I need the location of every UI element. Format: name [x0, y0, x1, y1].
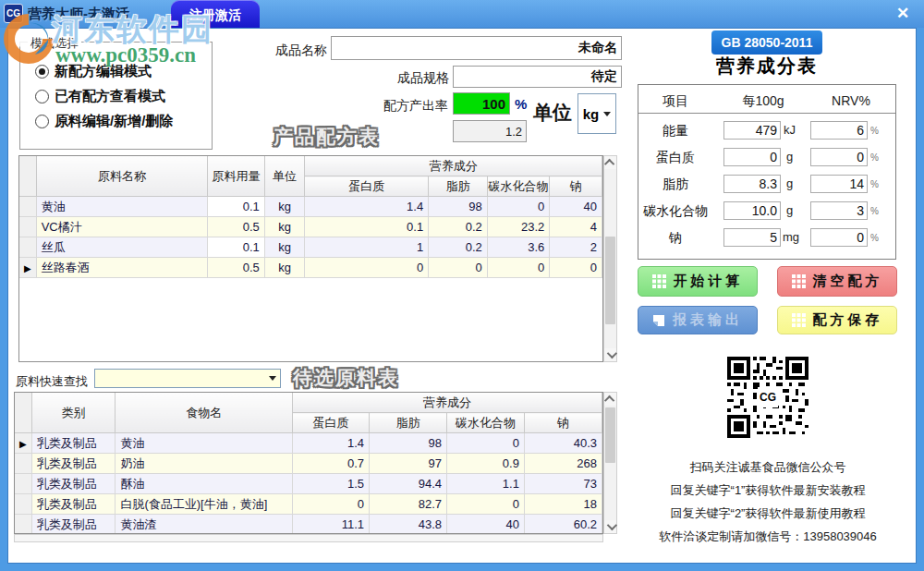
yield-rate-input[interactable]: 100	[453, 92, 510, 115]
nut-nrv-field[interactable]: 14	[810, 175, 868, 193]
product-spec-input[interactable]: 待定	[453, 66, 622, 88]
scroll-up-icon[interactable]	[604, 156, 616, 169]
nut-value-field[interactable]: 479	[723, 121, 781, 140]
cell-unit[interactable]: kg	[264, 217, 305, 237]
radio-new-formula-mode[interactable]: 新配方编辑模式	[35, 63, 152, 79]
gb-standard-button[interactable]: GB 28050-2011	[711, 30, 822, 55]
cell-protein[interactable]: 1.5	[292, 474, 369, 494]
table-row[interactable]: 乳类及制品 奶油 0.7 97 0.9 268	[15, 454, 602, 474]
radio-view-formula-mode[interactable]: 已有配方查看模式	[35, 88, 165, 104]
cell-sodium[interactable]: 40.3	[524, 433, 602, 454]
cell-fat[interactable]: 98	[370, 433, 447, 454]
clear-formula-button[interactable]: 清空配方	[777, 266, 897, 297]
nut-nrv-field[interactable]: 0	[810, 228, 868, 247]
cell-food[interactable]: 黄油渣	[116, 515, 293, 535]
nut-nrv-field[interactable]: 3	[810, 201, 868, 220]
cell-carb[interactable]: 0	[447, 433, 525, 454]
nut-value-field[interactable]: 10.0	[723, 201, 781, 220]
cell-name[interactable]: VC橘汁	[36, 217, 207, 237]
table-row[interactable]: 乳类及制品 黄油渣 11.1 43.8 40 60.2	[15, 515, 602, 535]
cell-sodium[interactable]: 268	[524, 454, 602, 474]
cell-carb[interactable]: 0	[487, 197, 550, 217]
cell-fat[interactable]: 43.8	[370, 515, 447, 535]
cell-protein[interactable]: 1	[305, 237, 429, 258]
cell-amount[interactable]: 0.5	[208, 217, 265, 237]
unit-select[interactable]: kg	[578, 93, 616, 134]
cell-unit[interactable]: kg	[264, 258, 305, 278]
cell-protein[interactable]: 0.7	[292, 454, 369, 474]
cell-food[interactable]: 白脱(食品工业)[牛油，黄油]	[116, 494, 293, 515]
cell-fat[interactable]: 0.2	[429, 217, 488, 237]
scrollbar-thumb[interactable]	[605, 407, 615, 463]
cell-category[interactable]: 乳类及制品	[31, 433, 116, 454]
nut-value-field[interactable]: 5	[723, 228, 781, 247]
table-row[interactable]: VC橘汁 0.5 kg 0.1 0.2 23.2 4	[19, 217, 602, 237]
ingredient-table-hscrollbar[interactable]	[14, 534, 603, 542]
cell-carb[interactable]: 3.6	[487, 237, 550, 258]
table-row[interactable]: 乳类及制品 白脱(食品工业)[牛油，黄油] 0 82.7 0 18	[15, 494, 602, 515]
scroll-down-icon[interactable]	[604, 520, 616, 533]
cell-fat[interactable]: 98	[429, 197, 488, 217]
ingredient-search-combobox[interactable]	[94, 369, 281, 388]
scroll-up-icon[interactable]	[604, 393, 616, 406]
cell-carb[interactable]: 40	[447, 515, 525, 535]
cell-protein[interactable]: 1.4	[292, 433, 369, 454]
cell-fat[interactable]: 0	[429, 258, 488, 278]
cell-unit[interactable]: kg	[264, 237, 305, 258]
cell-fat[interactable]: 97	[370, 454, 447, 474]
cell-sodium[interactable]: 2	[550, 237, 602, 258]
table-row-selected[interactable]: ▶ 丝路春酒 0.5 kg 0 0 0 0	[19, 258, 602, 278]
cell-food[interactable]: 黄油	[116, 433, 293, 454]
product-name-input[interactable]: 未命名	[331, 36, 622, 60]
table-row[interactable]: 乳类及制品 酥油 1.5 94.4 1.1 73	[15, 474, 602, 494]
cell-carb[interactable]: 1.1	[447, 474, 525, 494]
cell-carb[interactable]: 0	[487, 258, 550, 278]
table-row-selected[interactable]: ▶ 乳类及制品 黄油 1.4 98 0 40.3	[15, 433, 602, 454]
cell-sodium[interactable]: 4	[550, 217, 602, 237]
cell-amount[interactable]: 0.1	[208, 197, 265, 217]
scrollbar-thumb[interactable]	[605, 237, 615, 324]
cell-category[interactable]: 乳类及制品	[31, 474, 116, 494]
ingredient-table-scrollbar[interactable]	[603, 392, 617, 534]
cell-unit[interactable]: kg	[264, 197, 305, 217]
cell-food[interactable]: 酥油	[116, 474, 293, 494]
calculate-button[interactable]: 开始计算	[638, 266, 758, 297]
cell-amount[interactable]: 0.1	[208, 237, 265, 258]
nut-value-field[interactable]: 8.3	[723, 175, 781, 193]
cell-category[interactable]: 乳类及制品	[31, 454, 116, 474]
cell-name[interactable]: 丝瓜	[36, 237, 207, 258]
cell-category[interactable]: 乳类及制品	[31, 515, 116, 535]
cell-fat[interactable]: 82.7	[370, 494, 447, 515]
nut-nrv-field[interactable]: 6	[810, 121, 868, 140]
cell-protein[interactable]: 1.4	[305, 197, 429, 217]
cell-protein[interactable]: 0.1	[305, 217, 429, 237]
register-activate-button[interactable]: 注册激活	[171, 0, 260, 28]
cell-fat[interactable]: 0.2	[429, 237, 488, 258]
cell-food[interactable]: 奶油	[116, 454, 293, 474]
cell-protein[interactable]: 0	[292, 494, 369, 515]
cell-protein[interactable]: 0	[305, 258, 429, 278]
table-row[interactable]: 黄油 0.1 kg 1.4 98 0 40	[19, 197, 602, 217]
nut-value-field[interactable]: 0	[723, 148, 781, 166]
cell-category[interactable]: 乳类及制品	[31, 494, 116, 515]
save-formula-button[interactable]: 配方保存	[777, 306, 897, 334]
cell-sodium[interactable]: 60.2	[524, 515, 602, 535]
cell-carb[interactable]: 0	[447, 494, 525, 515]
radio-edit-ingredient-mode[interactable]: 原料编辑/新增/删除	[35, 113, 173, 129]
cell-name[interactable]: 黄油	[36, 197, 207, 217]
cell-protein[interactable]: 11.1	[292, 515, 369, 535]
cell-sodium[interactable]: 0	[550, 258, 602, 278]
cell-sodium[interactable]: 73	[524, 474, 602, 494]
nut-nrv-field[interactable]: 0	[810, 148, 868, 166]
table-row[interactable]: 丝瓜 0.1 kg 1 0.2 3.6 2	[19, 237, 602, 258]
cell-carb[interactable]: 23.2	[487, 217, 550, 237]
cell-sodium[interactable]: 40	[550, 197, 602, 217]
cell-name[interactable]: 丝路春酒	[36, 258, 207, 278]
formula-table-scrollbar[interactable]	[603, 155, 617, 362]
scroll-down-icon[interactable]	[604, 348, 616, 361]
cell-fat[interactable]: 94.4	[370, 474, 447, 494]
close-icon[interactable]: ✕	[889, 3, 917, 25]
cell-carb[interactable]: 0.9	[447, 454, 525, 474]
report-export-button[interactable]: 报表输出	[638, 306, 758, 334]
cell-sodium[interactable]: 18	[524, 494, 602, 515]
